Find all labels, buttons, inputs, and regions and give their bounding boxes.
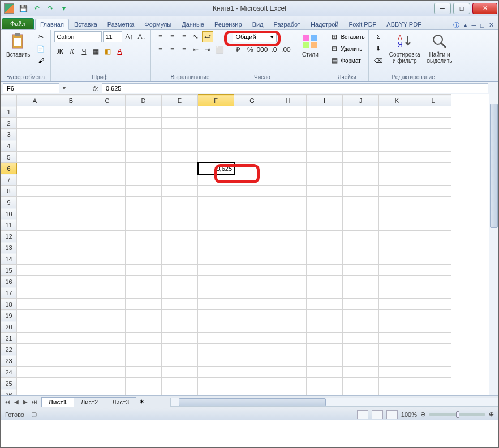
cell-F17[interactable] — [198, 287, 234, 299]
cell-I4[interactable] — [307, 140, 343, 152]
cell-L24[interactable] — [415, 367, 451, 378]
decrease-indent-icon[interactable]: ⇤ — [190, 44, 201, 55]
cell-G10[interactable] — [234, 208, 270, 219]
cell-L10[interactable] — [415, 208, 451, 219]
cell-L16[interactable] — [415, 276, 451, 287]
tab-разметка[interactable]: Разметка — [102, 19, 140, 29]
cell-D5[interactable] — [126, 152, 162, 163]
cell-J11[interactable] — [343, 219, 379, 231]
cell-J22[interactable] — [343, 344, 379, 355]
cell-B6[interactable] — [53, 163, 89, 174]
currency-icon[interactable]: ₽ — [233, 44, 244, 55]
percent-icon[interactable]: % — [244, 44, 256, 55]
tab-abbyy pdf[interactable]: ABBYY PDF — [381, 19, 427, 29]
cell-I13[interactable] — [307, 242, 343, 253]
cell-F18[interactable] — [198, 299, 234, 310]
cell-D8[interactable] — [126, 186, 162, 197]
cell-E4[interactable] — [162, 140, 198, 152]
cell-G8[interactable] — [234, 186, 270, 197]
cell-J6[interactable] — [343, 163, 379, 174]
cell-E22[interactable] — [162, 344, 198, 355]
cell-D18[interactable] — [126, 299, 162, 310]
cell-A16[interactable] — [17, 276, 53, 287]
cell-I16[interactable] — [307, 276, 343, 287]
tab-главная[interactable]: Главная — [35, 19, 69, 30]
cell-G15[interactable] — [234, 265, 270, 276]
cell-B13[interactable] — [53, 242, 89, 253]
align-top-icon[interactable]: ≡ — [154, 31, 166, 42]
cell-E12[interactable] — [162, 231, 198, 242]
cell-L5[interactable] — [415, 152, 451, 163]
cell-C6[interactable] — [89, 163, 126, 174]
cell-A25[interactable] — [17, 378, 53, 389]
column-header-E[interactable]: E — [162, 95, 198, 106]
format-cells-button[interactable]: Формат — [341, 58, 361, 64]
cell-A22[interactable] — [17, 344, 53, 355]
cell-I23[interactable] — [307, 355, 343, 367]
cell-E2[interactable] — [162, 118, 198, 129]
sort-filter-button[interactable]: АЯ Сортировка и фильтр — [387, 31, 423, 65]
page-layout-view-button[interactable] — [372, 410, 383, 419]
cell-A9[interactable] — [17, 197, 53, 208]
row-header-5[interactable]: 5 — [1, 152, 17, 163]
tab-данные[interactable]: Данные — [177, 19, 209, 29]
cell-L19[interactable] — [415, 310, 451, 321]
cell-E8[interactable] — [162, 186, 198, 197]
cell-A20[interactable] — [17, 321, 53, 333]
cell-G7[interactable] — [234, 174, 270, 186]
cell-K25[interactable] — [379, 378, 415, 389]
cell-G22[interactable] — [234, 344, 270, 355]
cell-J3[interactable] — [343, 129, 379, 140]
cell-K26[interactable] — [379, 389, 415, 396]
cell-B19[interactable] — [53, 310, 89, 321]
cell-H17[interactable] — [270, 287, 307, 299]
cell-K17[interactable] — [379, 287, 415, 299]
cell-B26[interactable] — [53, 389, 89, 396]
cell-J20[interactable] — [343, 321, 379, 333]
cell-J7[interactable] — [343, 174, 379, 186]
cell-A17[interactable] — [17, 287, 53, 299]
cell-C7[interactable] — [89, 174, 126, 186]
cell-K6[interactable] — [379, 163, 415, 174]
cell-E10[interactable] — [162, 208, 198, 219]
tab-foxit pdf[interactable]: Foxit PDF — [343, 19, 381, 29]
cell-E6[interactable] — [162, 163, 198, 174]
cell-D2[interactable] — [126, 118, 162, 129]
cell-D26[interactable] — [126, 389, 162, 396]
cell-B23[interactable] — [53, 355, 89, 367]
cell-L9[interactable] — [415, 197, 451, 208]
cell-L23[interactable] — [415, 355, 451, 367]
cell-G12[interactable] — [234, 231, 270, 242]
cell-E13[interactable] — [162, 242, 198, 253]
align-bottom-icon[interactable]: ≡ — [178, 31, 190, 42]
row-header-6[interactable]: 6 — [1, 163, 17, 174]
cell-C9[interactable] — [89, 197, 126, 208]
cell-D12[interactable] — [126, 231, 162, 242]
cell-H19[interactable] — [270, 310, 307, 321]
cell-C15[interactable] — [89, 265, 126, 276]
format-cells-icon[interactable]: ▤ — [329, 55, 340, 66]
cell-F24[interactable] — [198, 367, 234, 378]
delete-cells-button[interactable]: Удалить — [341, 46, 362, 52]
cell-F14[interactable] — [198, 253, 234, 265]
tab-надстрой[interactable]: Надстрой — [306, 19, 343, 29]
cell-G4[interactable] — [234, 140, 270, 152]
cell-A1[interactable] — [17, 106, 53, 118]
cell-L8[interactable] — [415, 186, 451, 197]
cell-E18[interactable] — [162, 299, 198, 310]
cell-H10[interactable] — [270, 208, 307, 219]
cell-B8[interactable] — [53, 186, 89, 197]
cell-I8[interactable] — [307, 186, 343, 197]
cell-L3[interactable] — [415, 129, 451, 140]
cell-D14[interactable] — [126, 253, 162, 265]
autosum-icon[interactable]: Σ — [372, 31, 385, 42]
cell-G23[interactable] — [234, 355, 270, 367]
cell-L18[interactable] — [415, 299, 451, 310]
macro-record-icon[interactable]: ▢ — [31, 411, 37, 418]
cell-B7[interactable] — [53, 174, 89, 186]
cell-E16[interactable] — [162, 276, 198, 287]
cell-A15[interactable] — [17, 265, 53, 276]
cell-B5[interactable] — [53, 152, 89, 163]
cell-J8[interactable] — [343, 186, 379, 197]
tab-вид[interactable]: Вид — [247, 19, 269, 29]
